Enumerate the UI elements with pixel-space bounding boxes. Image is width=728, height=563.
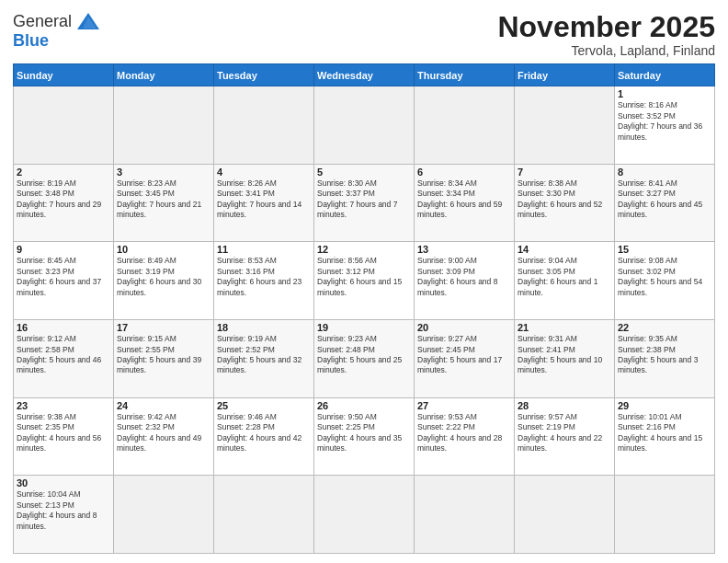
day-number: 16 xyxy=(17,322,110,333)
day-info: Sunrise: 8:30 AMSunset: 3:37 PMDaylight:… xyxy=(317,178,411,221)
table-row: 23Sunrise: 9:38 AMSunset: 2:35 PMDayligh… xyxy=(14,397,114,476)
day-number: 18 xyxy=(217,322,311,333)
day-info: Sunrise: 10:01 AMSunset: 2:16 PMDaylight… xyxy=(618,412,711,454)
calendar-week-row: 9Sunrise: 8:45 AMSunset: 3:23 PMDaylight… xyxy=(14,242,715,320)
day-number: 27 xyxy=(417,400,511,411)
table-row: 9Sunrise: 8:45 AMSunset: 3:23 PMDaylight… xyxy=(14,242,114,320)
table-row: 15Sunrise: 9:08 AMSunset: 3:02 PMDayligh… xyxy=(615,242,715,320)
day-info: Sunrise: 9:23 AMSunset: 2:48 PMDaylight:… xyxy=(317,334,411,376)
day-info: Sunrise: 8:56 AMSunset: 3:12 PMDaylight:… xyxy=(317,256,411,298)
header-sunday: Sunday xyxy=(14,64,114,86)
table-row xyxy=(314,476,415,554)
table-row: 26Sunrise: 9:50 AMSunset: 2:25 PMDayligh… xyxy=(314,397,415,476)
table-row xyxy=(114,86,214,165)
day-info: Sunrise: 9:00 AMSunset: 3:09 PMDaylight:… xyxy=(417,256,511,298)
day-number: 25 xyxy=(217,400,311,411)
day-number: 7 xyxy=(518,167,611,178)
calendar-week-row: 2Sunrise: 8:19 AMSunset: 3:48 PMDaylight… xyxy=(14,164,715,242)
calendar-subtitle: Tervola, Lapland, Finland xyxy=(497,43,715,58)
table-row xyxy=(515,86,615,165)
table-row: 3Sunrise: 8:23 AMSunset: 3:45 PMDaylight… xyxy=(114,164,214,242)
day-number: 4 xyxy=(217,167,311,178)
table-row: 12Sunrise: 8:56 AMSunset: 3:12 PMDayligh… xyxy=(314,242,415,320)
table-row: 11Sunrise: 8:53 AMSunset: 3:16 PMDayligh… xyxy=(214,242,314,320)
day-info: Sunrise: 9:31 AMSunset: 2:41 PMDaylight:… xyxy=(518,334,611,376)
day-number: 14 xyxy=(518,244,611,255)
table-row xyxy=(515,476,615,554)
table-row: 8Sunrise: 8:41 AMSunset: 3:27 PMDaylight… xyxy=(615,164,715,242)
day-info: Sunrise: 9:35 AMSunset: 2:38 PMDaylight:… xyxy=(618,334,711,376)
table-row: 25Sunrise: 9:46 AMSunset: 2:28 PMDayligh… xyxy=(214,397,314,476)
table-row xyxy=(415,476,515,554)
header-friday: Friday xyxy=(515,64,615,86)
table-row xyxy=(214,476,314,554)
table-row: 20Sunrise: 9:27 AMSunset: 2:45 PMDayligh… xyxy=(415,320,515,398)
day-info: Sunrise: 9:42 AMSunset: 2:32 PMDaylight:… xyxy=(117,412,210,454)
day-info: Sunrise: 9:46 AMSunset: 2:28 PMDaylight:… xyxy=(217,412,311,454)
day-number: 12 xyxy=(317,244,411,255)
header-wednesday: Wednesday xyxy=(314,64,415,86)
day-info: Sunrise: 9:08 AMSunset: 3:02 PMDaylight:… xyxy=(618,256,711,298)
day-number: 3 xyxy=(117,167,210,178)
logo-icon xyxy=(75,11,101,31)
table-row: 22Sunrise: 9:35 AMSunset: 2:38 PMDayligh… xyxy=(615,320,715,398)
day-number: 23 xyxy=(17,400,110,411)
title-block: November 2025 Tervola, Lapland, Finland xyxy=(497,11,715,58)
day-number: 26 xyxy=(317,400,411,411)
logo-general-text: General xyxy=(13,12,72,31)
table-row: 28Sunrise: 9:57 AMSunset: 2:19 PMDayligh… xyxy=(515,397,615,476)
day-info: Sunrise: 8:23 AMSunset: 3:45 PMDaylight:… xyxy=(117,178,210,221)
day-info: Sunrise: 8:45 AMSunset: 3:23 PMDaylight:… xyxy=(17,256,110,298)
day-info: Sunrise: 9:19 AMSunset: 2:52 PMDaylight:… xyxy=(217,334,311,376)
day-number: 5 xyxy=(317,167,411,178)
calendar-week-row: 23Sunrise: 9:38 AMSunset: 2:35 PMDayligh… xyxy=(14,397,715,476)
day-info: Sunrise: 8:38 AMSunset: 3:30 PMDaylight:… xyxy=(518,178,611,221)
table-row: 29Sunrise: 10:01 AMSunset: 2:16 PMDaylig… xyxy=(615,397,715,476)
day-info: Sunrise: 8:19 AMSunset: 3:48 PMDaylight:… xyxy=(17,178,110,221)
table-row: 13Sunrise: 9:00 AMSunset: 3:09 PMDayligh… xyxy=(415,242,515,320)
table-row: 24Sunrise: 9:42 AMSunset: 2:32 PMDayligh… xyxy=(114,397,214,476)
table-row: 17Sunrise: 9:15 AMSunset: 2:55 PMDayligh… xyxy=(114,320,214,398)
day-number: 9 xyxy=(17,244,110,255)
day-info: Sunrise: 8:26 AMSunset: 3:41 PMDaylight:… xyxy=(217,178,311,221)
table-row xyxy=(314,86,415,165)
header-saturday: Saturday xyxy=(615,64,715,86)
table-row: 18Sunrise: 9:19 AMSunset: 2:52 PMDayligh… xyxy=(214,320,314,398)
day-number: 22 xyxy=(618,322,711,333)
day-number: 19 xyxy=(317,322,411,333)
table-row: 2Sunrise: 8:19 AMSunset: 3:48 PMDaylight… xyxy=(14,164,114,242)
calendar-title: November 2025 xyxy=(497,11,715,43)
day-number: 20 xyxy=(417,322,511,333)
table-row xyxy=(415,86,515,165)
table-row: 4Sunrise: 8:26 AMSunset: 3:41 PMDaylight… xyxy=(214,164,314,242)
logo-blue-text: Blue xyxy=(13,31,49,51)
calendar-table: Sunday Monday Tuesday Wednesday Thursday… xyxy=(13,63,715,554)
day-number: 6 xyxy=(417,167,511,178)
day-number: 29 xyxy=(618,400,711,411)
table-row: 7Sunrise: 8:38 AMSunset: 3:30 PMDaylight… xyxy=(515,164,615,242)
day-info: Sunrise: 8:49 AMSunset: 3:19 PMDaylight:… xyxy=(117,256,210,298)
day-info: Sunrise: 8:34 AMSunset: 3:34 PMDaylight:… xyxy=(417,178,511,221)
table-row: 5Sunrise: 8:30 AMSunset: 3:37 PMDaylight… xyxy=(314,164,415,242)
table-row: 16Sunrise: 9:12 AMSunset: 2:58 PMDayligh… xyxy=(14,320,114,398)
table-row xyxy=(114,476,214,554)
table-row: 10Sunrise: 8:49 AMSunset: 3:19 PMDayligh… xyxy=(114,242,214,320)
calendar-week-row: 1Sunrise: 8:16 AMSunset: 3:52 PMDaylight… xyxy=(14,86,715,165)
header: General Blue November 2025 Tervola, Lapl… xyxy=(13,11,715,58)
day-info: Sunrise: 10:04 AMSunset: 2:13 PMDaylight… xyxy=(17,489,110,532)
day-number: 11 xyxy=(217,244,311,255)
day-number: 30 xyxy=(17,477,110,488)
day-number: 8 xyxy=(618,167,711,178)
table-row: 1Sunrise: 8:16 AMSunset: 3:52 PMDaylight… xyxy=(615,86,715,165)
day-info: Sunrise: 9:50 AMSunset: 2:25 PMDaylight:… xyxy=(317,412,411,454)
table-row: 19Sunrise: 9:23 AMSunset: 2:48 PMDayligh… xyxy=(314,320,415,398)
day-info: Sunrise: 9:15 AMSunset: 2:55 PMDaylight:… xyxy=(117,334,210,376)
table-row xyxy=(615,476,715,554)
table-row xyxy=(14,86,114,165)
calendar-page: General Blue November 2025 Tervola, Lapl… xyxy=(0,0,728,563)
day-info: Sunrise: 8:41 AMSunset: 3:27 PMDaylight:… xyxy=(618,178,711,221)
table-row: 14Sunrise: 9:04 AMSunset: 3:05 PMDayligh… xyxy=(515,242,615,320)
day-info: Sunrise: 9:57 AMSunset: 2:19 PMDaylight:… xyxy=(518,412,611,454)
table-row: 30Sunrise: 10:04 AMSunset: 2:13 PMDaylig… xyxy=(14,476,114,554)
calendar-week-row: 16Sunrise: 9:12 AMSunset: 2:58 PMDayligh… xyxy=(14,320,715,398)
